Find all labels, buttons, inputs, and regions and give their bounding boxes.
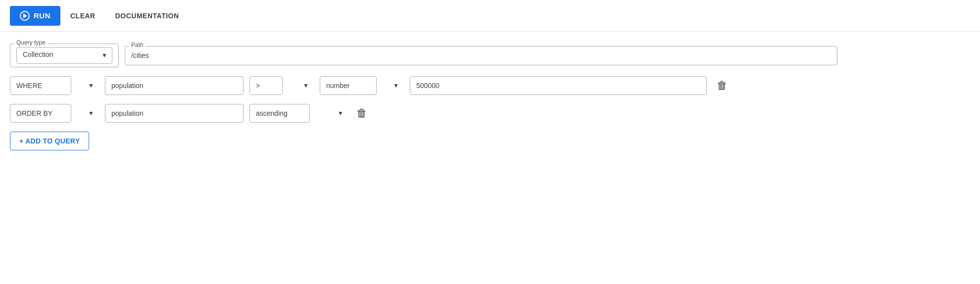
- value-type-chevron-icon: ▼: [393, 82, 399, 89]
- value-type-select[interactable]: number string boolean null timestamp geo…: [320, 76, 377, 95]
- where-field-input[interactable]: [105, 76, 244, 95]
- order-clause-type-wrapper: ORDER BY WHERE LIMIT ▼: [10, 104, 99, 123]
- query-type-legend: Query type: [14, 39, 48, 46]
- value-type-wrapper: number string boolean null timestamp geo…: [320, 76, 404, 95]
- query-type-fieldset: Query type Collection Collection Group ▼: [10, 44, 119, 67]
- add-query-row: + ADD TO QUERY: [10, 132, 970, 150]
- path-legend: Path: [129, 42, 146, 48]
- path-input[interactable]: [131, 49, 831, 59]
- where-row: WHERE ORDER BY LIMIT ▼ > < >= <= == != ▼…: [10, 76, 970, 95]
- operator-chevron-icon: ▼: [303, 82, 309, 89]
- query-type-select[interactable]: Collection Collection Group: [16, 47, 112, 64]
- order-clause-chevron-icon: ▼: [88, 110, 94, 117]
- query-type-select-wrapper: Collection Collection Group ▼: [16, 47, 112, 64]
- documentation-button[interactable]: DOCUMENTATION: [105, 7, 189, 25]
- clear-button[interactable]: CLEAR: [60, 7, 105, 25]
- toolbar: RUN CLEAR DOCUMENTATION: [0, 0, 980, 32]
- where-value-input[interactable]: [410, 76, 707, 95]
- operator-select[interactable]: > < >= <= == !=: [249, 76, 283, 95]
- path-fieldset: Path: [125, 46, 837, 65]
- run-label: RUN: [34, 11, 50, 20]
- direction-select[interactable]: ascending descending: [249, 104, 310, 123]
- query-type-wrapper: Query type Collection Collection Group ▼: [10, 44, 119, 67]
- where-delete-icon[interactable]: 🗑: [715, 77, 730, 94]
- query-type-path-row: Query type Collection Collection Group ▼…: [10, 44, 970, 67]
- direction-wrapper: ascending descending ▼: [249, 104, 348, 123]
- order-field-input[interactable]: [105, 104, 244, 123]
- play-icon: [20, 11, 30, 21]
- query-type-inner: Collection Collection Group ▼: [16, 44, 112, 64]
- direction-chevron-icon: ▼: [338, 110, 343, 117]
- play-triangle: [23, 13, 27, 18]
- add-to-query-button[interactable]: + ADD TO QUERY: [10, 132, 89, 150]
- run-button[interactable]: RUN: [10, 6, 60, 26]
- order-delete-icon[interactable]: 🗑: [354, 105, 369, 122]
- clause-type-select[interactable]: WHERE ORDER BY LIMIT: [10, 76, 71, 95]
- query-content: Query type Collection Collection Group ▼…: [0, 32, 980, 162]
- operator-wrapper: > < >= <= == != ▼: [249, 76, 314, 95]
- clause-type-chevron-icon: ▼: [88, 82, 94, 89]
- order-by-row: ORDER BY WHERE LIMIT ▼ ascending descend…: [10, 104, 970, 123]
- path-wrapper: Path: [125, 46, 837, 65]
- clause-type-wrapper: WHERE ORDER BY LIMIT ▼: [10, 76, 99, 95]
- order-clause-type-select[interactable]: ORDER BY WHERE LIMIT: [10, 104, 71, 123]
